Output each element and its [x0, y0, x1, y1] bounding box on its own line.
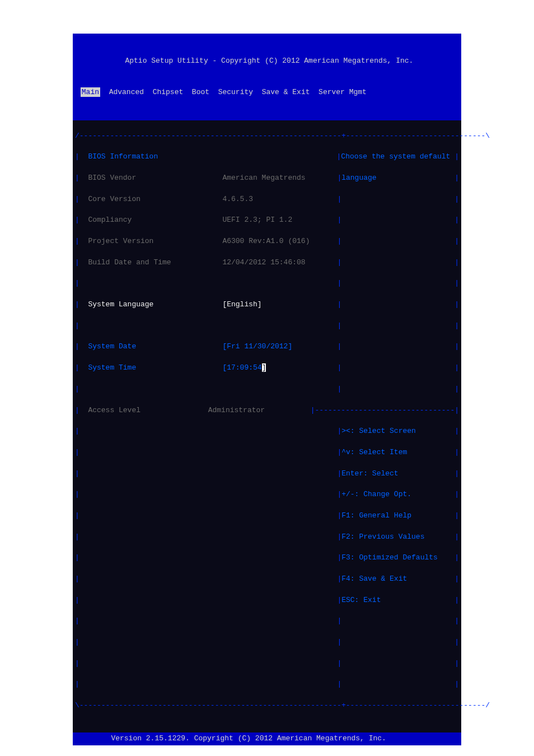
row-vendor-label: BIOS Vendor	[88, 173, 222, 184]
keyhelp-9: ESC: Exit	[341, 595, 450, 606]
row-date-value: [Fri 11/30/2012]	[222, 342, 337, 352]
row-comp-value: UEFI 2.3; PI 1.2	[222, 215, 337, 226]
bios-title-bar: Aptio Setup Utility - Copyright (C) 2012…	[73, 34, 461, 120]
keyhelp-3: Enter: Select	[341, 469, 450, 479]
row-build-value: 12/04/2012 15:46:08	[222, 258, 337, 268]
bios-menu: Main Advanced Chipset Boot Security Save…	[76, 87, 458, 98]
row-time-value-a: [17:09:54	[222, 363, 261, 372]
row-core-label: Core Version	[88, 194, 222, 205]
row-lang-value: [English]	[222, 300, 337, 310]
keyhelp-4: +/-: Change Opt.	[341, 489, 450, 500]
row-time-value-b: ]	[262, 363, 266, 372]
bios-version: Version 2.15.1229. Copyright (C) 2012 Am…	[76, 734, 458, 744]
row-time-label: System Time	[88, 363, 222, 374]
row-proj-value: A6300 Rev:A1.0 (016)	[222, 236, 337, 247]
keyhelp-7: F3: Optimized Defaults	[341, 553, 450, 563]
bios-title: Aptio Setup Utility - Copyright (C) 2012…	[76, 56, 458, 67]
keyhelp-6: F2: Previous Values	[341, 532, 450, 543]
menu-main: Main	[81, 87, 100, 97]
row-date-label: System Date	[88, 342, 222, 352]
row-access-label: Access Level	[88, 405, 208, 416]
row-proj-label: Project Version	[88, 236, 222, 247]
bios-footer: Version 2.15.1229. Copyright (C) 2012 Am…	[73, 732, 461, 745]
bios-body: /---------------------------------------…	[73, 120, 461, 732]
menu-rest: Advanced Chipset Boot Security Save & Ex…	[100, 88, 367, 96]
help-line-1: Choose the system default	[341, 152, 450, 162]
row-lang-label: System Language	[88, 300, 222, 310]
keyhelp-5: F1: General Help	[341, 511, 450, 521]
keyhelp-8: F4: Save & Exit	[341, 574, 450, 585]
help-line-2: language	[341, 173, 450, 184]
row-comp-label: Compliancy	[88, 215, 222, 226]
keyhelp-2: ^v: Select Item	[341, 447, 450, 458]
row-vendor-value: American Megatrends	[222, 173, 337, 184]
bios-screenshot: Aptio Setup Utility - Copyright (C) 2012…	[73, 34, 461, 745]
row-core-value: 4.6.5.3	[222, 194, 337, 205]
row-access-value: Administrator	[208, 405, 311, 416]
row-build-label: Build Date and Time	[88, 258, 222, 268]
bios-section: BIOS Information	[88, 152, 222, 162]
keyhelp-1: ><: Select Screen	[341, 426, 450, 437]
